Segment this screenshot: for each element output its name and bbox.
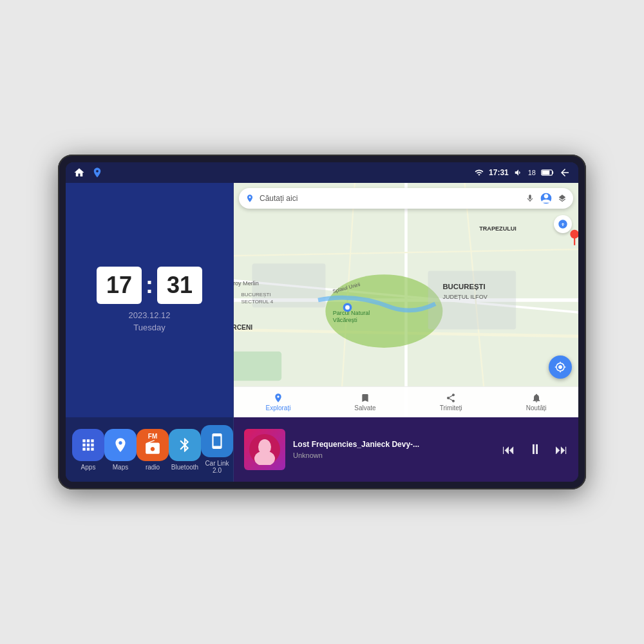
screen: 17:31 18: [66, 162, 578, 482]
play-pause-button[interactable]: ⏸: [528, 441, 542, 458]
prev-button[interactable]: ⏮: [502, 442, 515, 457]
svg-text:Parcul Natural: Parcul Natural: [333, 310, 370, 316]
svg-point-26: [345, 305, 350, 310]
music-controls: ⏮ ⏸ ⏭: [502, 441, 568, 458]
music-player: Lost Frequencies_Janieck Devy-... Unknow…: [234, 417, 578, 482]
svg-text:BUCUREȘTI: BUCUREȘTI: [442, 283, 485, 290]
app-icon-carlink[interactable]: Car Link 2.0: [201, 425, 233, 474]
clock-separator: :: [146, 272, 153, 299]
clock-widget: 17 : 31 2023.12.12 Tuesday: [66, 183, 233, 417]
search-text: Căutați aici: [260, 194, 520, 203]
carlink-icon: [201, 425, 233, 457]
svg-text:BUCUREȘTI: BUCUREȘTI: [242, 292, 271, 298]
compass-button[interactable]: [554, 215, 572, 233]
apps-label: Apps: [81, 464, 96, 471]
apps-row: Apps Maps FM: [66, 417, 233, 482]
svg-text:Leroy Merlin: Leroy Merlin: [234, 280, 259, 287]
apps-icon: [72, 429, 104, 461]
my-location-button[interactable]: [549, 355, 572, 379]
map-section[interactable]: BUCUREȘTI JUDEȚUL ILFOV TRAPEZULUI BERCE…: [234, 183, 578, 417]
bluetooth-icon: [169, 429, 201, 461]
clock-minute: 31: [157, 267, 202, 304]
profile-icon[interactable]: [540, 192, 553, 205]
right-area: BUCUREȘTI JUDEȚUL ILFOV TRAPEZULUI BERCE…: [234, 183, 578, 482]
app-icon-bluetooth[interactable]: Bluetooth: [169, 429, 201, 471]
map-nav-news[interactable]: Noutăți: [526, 393, 547, 412]
microphone-icon[interactable]: [526, 194, 535, 203]
nav-saved-label: Salvate: [354, 404, 375, 412]
svg-rect-2: [542, 171, 550, 175]
map-nav-share[interactable]: Trimiteți: [440, 393, 462, 412]
date-value: 2023.12.12: [128, 309, 170, 322]
map-bottom-nav: Explorați Salvate Trimiteț: [234, 386, 578, 417]
volume-icon: [514, 168, 523, 177]
svg-text:JUDEȚUL ILFOV: JUDEȚUL ILFOV: [442, 294, 488, 300]
main-content: 17 : 31 2023.12.12 Tuesday: [66, 183, 578, 482]
carlink-label: Car Link 2.0: [201, 460, 233, 474]
maps-label: Maps: [113, 464, 128, 471]
svg-rect-14: [428, 271, 516, 330]
music-artist: Unknown: [293, 451, 495, 459]
nav-share-label: Trimiteți: [440, 404, 462, 412]
day-value: Tuesday: [128, 321, 170, 334]
svg-rect-1: [553, 171, 554, 174]
nav-explore-label: Explorați: [265, 404, 290, 412]
svg-text:TRAPEZULUI: TRAPEZULUI: [479, 225, 516, 232]
battery-level: 18: [528, 169, 536, 176]
signal-icon: [475, 168, 484, 177]
svg-text:BERCENI: BERCENI: [234, 324, 252, 331]
map-nav-saved[interactable]: Salvate: [354, 393, 375, 412]
map-search-bar[interactable]: Căutați aici: [239, 188, 573, 209]
clock-display: 17 : 31: [97, 267, 202, 304]
map-nav-explore[interactable]: Explorați: [265, 393, 290, 412]
status-left-icons: [73, 167, 103, 178]
time-display: 17:31: [489, 168, 509, 177]
maps-icon: [104, 429, 137, 461]
app-icon-radio[interactable]: FM radio: [137, 429, 169, 471]
left-panel: 17 : 31 2023.12.12 Tuesday: [66, 183, 233, 482]
album-art: [244, 429, 285, 470]
music-info: Lost Frequencies_Janieck Devy-... Unknow…: [293, 440, 495, 459]
map-layers-icon[interactable]: [558, 194, 567, 203]
maps-pin-icon: [245, 194, 254, 203]
back-icon[interactable]: [559, 167, 571, 178]
svg-text:SECTORUL 4: SECTORUL 4: [242, 299, 274, 305]
svg-text:Văcărești: Văcărești: [333, 317, 357, 323]
album-art-image: [244, 429, 285, 470]
radio-label: radio: [146, 464, 160, 471]
battery-icon: [541, 169, 554, 176]
status-bar: 17:31 18: [66, 162, 578, 183]
home-icon[interactable]: [73, 167, 85, 178]
next-button[interactable]: ⏭: [555, 442, 568, 457]
date-display: 2023.12.12 Tuesday: [128, 309, 170, 334]
clock-hour: 17: [97, 267, 142, 304]
maps-status-icon[interactable]: [91, 167, 103, 178]
radio-icon: FM: [137, 429, 169, 461]
bluetooth-label: Bluetooth: [171, 464, 198, 471]
app-icon-apps[interactable]: Apps: [72, 429, 104, 471]
music-title: Lost Frequencies_Janieck Devy-...: [293, 440, 422, 449]
car-infotainment-device: 17:31 18: [58, 155, 586, 489]
app-icon-maps[interactable]: Maps: [104, 429, 137, 471]
nav-news-label: Noutăți: [526, 404, 547, 412]
status-right-area: 17:31 18: [475, 167, 571, 178]
svg-rect-12: [234, 352, 281, 381]
